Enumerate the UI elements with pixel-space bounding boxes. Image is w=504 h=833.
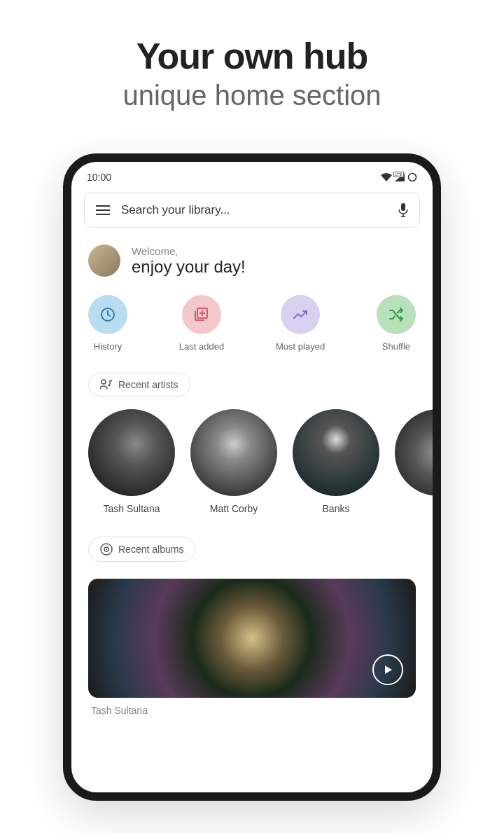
menu-icon[interactable]	[96, 205, 110, 215]
promo-header: Your own hub unique home section	[0, 0, 504, 132]
quick-action-last-added[interactable]: Last added	[179, 295, 224, 352]
quick-label: Last added	[179, 341, 224, 352]
artist-image	[395, 409, 433, 496]
status-bar: 10:00 LTE	[71, 162, 433, 190]
section-label: Recent artists	[118, 379, 178, 390]
mic-icon[interactable]	[398, 203, 408, 217]
recent-artists-chip[interactable]: Recent artists	[88, 373, 190, 397]
promo-title: Your own hub	[14, 35, 490, 77]
artist-name: Matt Corby	[210, 503, 258, 514]
promo-subtitle: unique home section	[14, 80, 490, 111]
welcome-message: enjoy your day!	[132, 257, 246, 277]
recent-albums-chip[interactable]: Recent albums	[88, 537, 195, 562]
search-input[interactable]: Search your library...	[121, 203, 387, 217]
quick-label: History	[94, 341, 122, 352]
svg-point-4	[102, 380, 106, 384]
svg-point-0	[409, 174, 416, 181]
avatar[interactable]	[88, 245, 120, 277]
artist-name: Tash Sultana	[104, 503, 160, 514]
quick-label: Shuffle	[382, 341, 410, 352]
quick-actions: History Last added Most played	[71, 287, 433, 356]
album-artist-label: Tash Sultana	[71, 698, 433, 716]
shuffle-icon	[388, 306, 405, 323]
circle-icon	[407, 172, 417, 182]
clock-icon	[99, 306, 116, 323]
plus-square-icon	[193, 306, 210, 323]
search-bar[interactable]: Search your library...	[84, 193, 420, 228]
section-label: Recent albums	[118, 544, 183, 555]
welcome-row: Welcome, enjoy your day!	[71, 230, 433, 287]
quick-action-shuffle[interactable]: Shuffle	[377, 295, 416, 352]
disc-icon	[100, 543, 113, 556]
wifi-icon	[381, 173, 392, 181]
quick-action-history[interactable]: History	[88, 295, 127, 352]
person-music-icon	[100, 379, 113, 390]
artist-image	[293, 409, 379, 496]
quick-action-most-played[interactable]: Most played	[276, 295, 325, 352]
artist-item-peek[interactable]	[395, 409, 412, 514]
welcome-greeting: Welcome,	[132, 245, 246, 257]
artist-image	[88, 409, 175, 496]
artist-name: Banks	[323, 503, 350, 514]
play-button[interactable]	[372, 654, 403, 685]
svg-rect-1	[401, 203, 405, 211]
album-card[interactable]	[88, 579, 416, 698]
artist-image	[190, 409, 277, 496]
phone-frame: 10:00 LTE Search your library...	[63, 153, 441, 801]
artist-item[interactable]: Matt Corby	[190, 409, 277, 514]
trending-up-icon	[292, 306, 309, 323]
status-time: 10:00	[87, 172, 111, 183]
svg-point-8	[106, 549, 107, 550]
signal-icon: LTE	[395, 173, 405, 181]
artists-row[interactable]: Tash Sultana Matt Corby Banks	[71, 406, 433, 520]
quick-label: Most played	[276, 341, 325, 352]
artist-item[interactable]: Banks	[293, 409, 379, 514]
status-icons: LTE	[381, 172, 417, 182]
svg-point-5	[108, 385, 111, 387]
artist-item[interactable]: Tash Sultana	[88, 409, 175, 514]
